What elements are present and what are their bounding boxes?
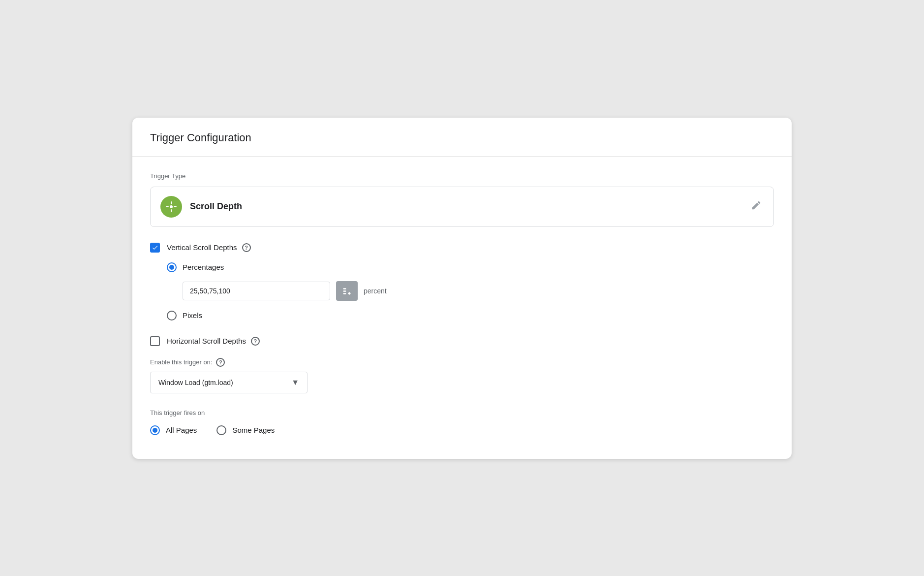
enable-trigger-dropdown[interactable]: Window Load (gtm.load) ▼ (150, 372, 308, 393)
edit-trigger-type-button[interactable] (749, 198, 764, 215)
horizontal-scroll-label: Horizontal Scroll Depths ? (167, 337, 260, 346)
horizontal-scroll-help-icon[interactable]: ? (251, 337, 260, 346)
enable-trigger-selected: Window Load (gtm.load) (158, 379, 233, 386)
all-pages-option[interactable]: All Pages (150, 425, 197, 435)
vertical-scroll-checkbox-row: Vertical Scroll Depths ? (150, 243, 774, 253)
percentages-radio[interactable] (167, 262, 177, 272)
dropdown-arrow-icon: ▼ (291, 378, 299, 387)
all-pages-label: All Pages (166, 426, 197, 434)
enable-trigger-section: Enable this trigger on: ? Window Load (g… (150, 358, 774, 393)
trigger-type-label: Trigger Type (150, 172, 774, 180)
all-pages-radio[interactable] (150, 425, 160, 435)
some-pages-label: Some Pages (232, 426, 275, 434)
trigger-type-name: Scroll Depth (190, 201, 242, 212)
pixels-radio[interactable] (167, 311, 177, 320)
svg-rect-6 (343, 290, 346, 292)
trigger-configuration-card: Trigger Configuration Trigger Type Scrol… (132, 118, 792, 459)
percentages-label: Percentages (183, 263, 224, 271)
some-pages-option[interactable]: Some Pages (216, 425, 275, 435)
trigger-type-box[interactable]: Scroll Depth (150, 187, 774, 227)
svg-rect-5 (343, 288, 346, 289)
horizontal-scroll-checkbox[interactable] (150, 336, 160, 346)
vertical-scroll-help-icon[interactable]: ? (242, 243, 251, 252)
card-body: Trigger Type Scroll Depth (132, 157, 792, 459)
checkmark-icon (152, 244, 158, 251)
svg-point-0 (170, 205, 173, 208)
scroll-depth-radio-options: Percentages p (167, 262, 774, 320)
percentages-radio-row: Percentages (167, 262, 774, 272)
vertical-scroll-label: Vertical Scroll Depths ? (167, 243, 251, 252)
svg-rect-7 (343, 293, 346, 294)
pixels-radio-row: Pixels (167, 311, 774, 320)
horizontal-scroll-section: Horizontal Scroll Depths ? (150, 336, 774, 346)
some-pages-radio[interactable] (216, 425, 226, 435)
fires-on-section: This trigger fires on All Pages Some Pag… (150, 409, 774, 435)
horizontal-scroll-checkbox-row: Horizontal Scroll Depths ? (150, 336, 774, 346)
add-variable-icon (342, 286, 352, 296)
percentages-input[interactable] (183, 282, 330, 300)
card-title: Trigger Configuration (150, 131, 774, 144)
scroll-depth-icon (160, 196, 182, 218)
percentages-input-row: percent (183, 281, 774, 301)
fires-on-options: All Pages Some Pages (150, 425, 774, 435)
fires-on-label: This trigger fires on (150, 409, 774, 416)
vertical-scroll-checkbox[interactable] (150, 243, 160, 253)
vertical-scroll-section: Vertical Scroll Depths ? Percentages (150, 243, 774, 320)
trigger-type-left: Scroll Depth (160, 196, 242, 218)
enable-trigger-help-icon[interactable]: ? (216, 358, 225, 367)
card-header: Trigger Configuration (132, 118, 792, 157)
unit-label: percent (364, 287, 387, 295)
svg-rect-10 (348, 292, 351, 294)
enable-trigger-label: Enable this trigger on: ? (150, 358, 774, 367)
scroll-depth-svg-icon (165, 201, 177, 213)
add-variable-button[interactable] (336, 281, 358, 301)
pixels-label: Pixels (183, 311, 202, 320)
